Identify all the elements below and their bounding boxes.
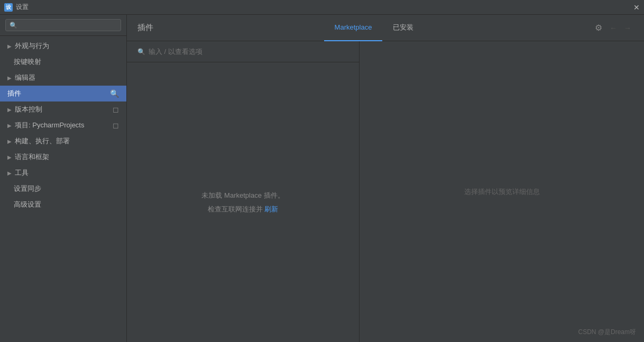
sidebar-item-label: 外观与行为 [15,41,49,51]
chevron-right-icon: ▶ [7,138,12,144]
chevron-right-icon: ▶ [7,75,12,81]
header-actions: ⚙ ← → [595,23,633,33]
tabs-area: Marketplace 已安装 [169,15,579,41]
sidebar-item-label: 语言和框架 [15,152,49,162]
sidebar-item-label: 版本控制 [15,105,42,114]
chevron-right-icon: ▶ [7,43,12,49]
chevron-right-icon: ▶ [7,154,12,160]
no-plugins-line1: 未加载 Marketplace 插件。 [201,191,284,200]
title-bar: 设 设置 ✕ [0,0,644,15]
chevron-right-icon: ▶ [7,107,12,113]
plugin-search-icon: 🔍 [137,48,145,56]
sidebar-item-appearance[interactable]: ▶ 外观与行为 [0,38,126,54]
back-button[interactable]: ← [608,23,619,33]
sidebar-item-sync[interactable]: 设置同步 [0,181,126,197]
chevron-right-icon: ▶ [7,123,12,128]
sidebar-item-label: 高级设置 [14,200,41,209]
search-icon: 🔍 [10,22,17,29]
title-bar-left: 设 设置 [4,3,29,12]
sidebar-search-wrapper[interactable]: 🔍 [5,19,121,31]
plugins-content: 🔍 未加载 Marketplace 插件。 检查互联网连接并 刷新 选择插件以预… [127,41,644,342]
plugin-list: 未加载 Marketplace 插件。 检查互联网连接并 刷新 [127,62,359,342]
sidebar-item-vcs[interactable]: ▶ 版本控制 ◻ [0,101,126,117]
tab-installed[interactable]: 已安装 [382,15,424,41]
no-plugins-line2: 检查互联网连接并 刷新 [208,205,279,214]
sidebar-item-build[interactable]: ▶ 构建、执行、部署 [0,133,126,149]
chevron-right-icon: ▶ [7,170,12,176]
sidebar-item-label: 项目: PycharmProjects [15,121,84,130]
sidebar-item-project[interactable]: ▶ 项目: PycharmProjects ◻ [0,117,126,133]
plugins-icon: 🔍 [110,89,119,98]
select-plugin-text: 选择插件以预览详细信息 [464,187,540,197]
sidebar-item-keymap[interactable]: 按键映射 [0,54,126,70]
refresh-link[interactable]: 刷新 [264,205,278,213]
gear-button[interactable]: ⚙ [595,23,602,33]
main-container: 🔍 ▶ 外观与行为 按键映射 ▶ 编辑器 [0,15,644,342]
watermark: CSDN @是Dream呀 [578,328,636,337]
sidebar-item-tools[interactable]: ▶ 工具 [0,165,126,181]
sidebar-item-advanced[interactable]: 高级设置 [0,197,126,212]
project-icon: ◻ [113,121,119,130]
sidebar-item-label: 设置同步 [14,184,41,193]
sidebar-item-label: 按键映射 [14,57,41,67]
content-area: 插件 Marketplace 已安装 ⚙ ← → [127,15,644,342]
sidebar-item-label: 工具 [15,168,29,178]
sidebar-item-label: 构建、执行、部署 [15,136,70,146]
plugins-header: 插件 Marketplace 已安装 ⚙ ← → [127,15,644,41]
close-button[interactable]: ✕ [633,3,640,12]
sidebar-item-language[interactable]: ▶ 语言和框架 [0,149,126,165]
sidebar: 🔍 ▶ 外观与行为 按键映射 ▶ 编辑器 [0,15,127,342]
sidebar-item-plugins[interactable]: 插件 🔍 [0,86,126,101]
plugins-left: 🔍 未加载 Marketplace 插件。 检查互联网连接并 刷新 [127,41,360,342]
plugin-search-wrapper[interactable]: 🔍 [133,45,353,58]
plugins-title: 插件 [137,23,153,33]
vcs-icon: ◻ [113,105,119,114]
sidebar-item-editor[interactable]: ▶ 编辑器 [0,70,126,86]
app-icon: 设 [4,3,13,12]
sidebar-search-bar: 🔍 [0,15,126,36]
title-bar-text: 设置 [16,3,29,12]
tab-marketplace[interactable]: Marketplace [324,15,383,41]
sidebar-item-label: 编辑器 [15,73,35,82]
plugin-search-bar: 🔍 [127,41,359,62]
sidebar-nav: ▶ 外观与行为 按键映射 ▶ 编辑器 插件 🔍 [0,36,126,342]
sidebar-search-input[interactable] [20,21,117,29]
plugins-right: 选择插件以预览详细信息 [360,41,644,342]
nav-arrows: ← → [608,23,633,33]
forward-button[interactable]: → [622,23,633,33]
plugin-search-input[interactable] [149,48,348,56]
sidebar-item-label: 插件 [7,89,21,98]
